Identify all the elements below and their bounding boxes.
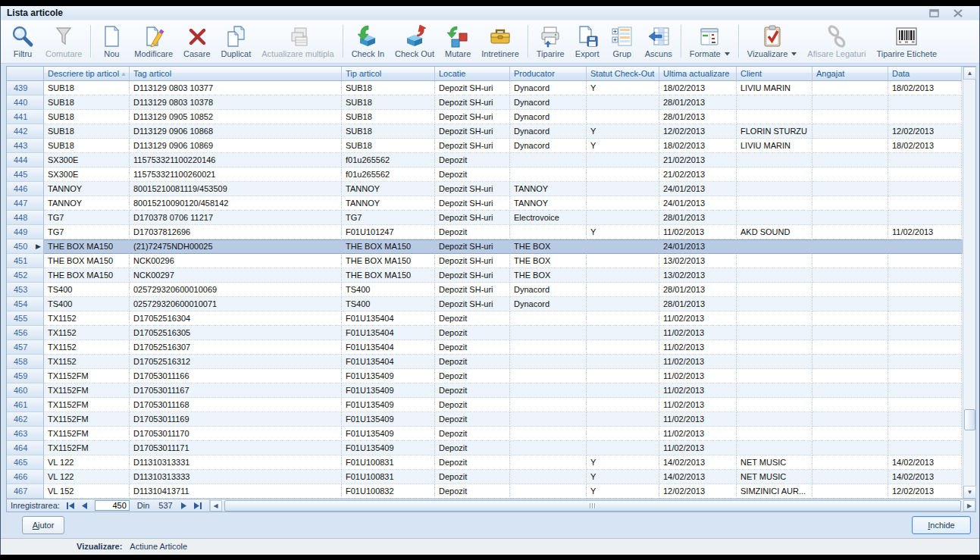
column-header-statut-check-out[interactable]: Statut Check-Out (587, 67, 659, 81)
cell[interactable] (587, 355, 659, 369)
cell[interactable]: THE BOX (510, 254, 587, 268)
table-row[interactable]: 458TX1152D17052516312F01U135404Depozit11… (7, 355, 963, 369)
cell[interactable]: 11/02/2013 (659, 340, 737, 355)
previous-record-button[interactable] (78, 500, 92, 512)
row-number[interactable]: 445 (7, 167, 44, 182)
toolbar-button-mutare[interactable]: Mutare (440, 21, 476, 61)
cell[interactable] (888, 311, 962, 326)
cell[interactable]: TS400 (44, 283, 130, 297)
cell[interactable]: 025729320600010071 (130, 297, 342, 311)
cell[interactable]: SUB18 (44, 95, 130, 110)
cell[interactable]: Depozit (435, 326, 510, 340)
cell[interactable] (812, 153, 888, 167)
cell[interactable] (812, 196, 888, 211)
cell[interactable] (888, 283, 962, 297)
cell[interactable]: Depozit (435, 441, 510, 455)
cell[interactable] (888, 268, 962, 283)
cell[interactable] (737, 153, 812, 167)
cell[interactable] (812, 441, 888, 455)
column-header-data[interactable]: Data (888, 67, 962, 81)
table-row[interactable]: 451THE BOX MA150NCK00296THE BOX MA150Dep… (7, 254, 963, 268)
cell[interactable]: 11/02/2013 (659, 383, 737, 398)
cell[interactable] (510, 484, 587, 499)
cell[interactable]: Depozit (435, 427, 510, 441)
cell[interactable]: TS400 (342, 283, 435, 297)
record-number-input[interactable] (95, 500, 130, 511)
cell[interactable]: D113129 0906 10869 (130, 139, 342, 153)
table-row[interactable]: 452THE BOX MA150NCK00297THE BOX MA150Dep… (7, 268, 963, 283)
cell[interactable] (587, 311, 659, 326)
cell[interactable]: TX1152FM (44, 369, 130, 383)
cell[interactable]: 025729320600010069 (130, 283, 342, 297)
cell[interactable] (737, 196, 812, 211)
cell[interactable]: Dynacord (510, 110, 587, 124)
cell[interactable]: D17053011171 (130, 441, 342, 455)
table-row[interactable]: 448TG7D170378 0706 11217TG7Depozit SH-ur… (7, 211, 963, 225)
table-row[interactable]: 465VL 122D11310313331F01U100831DepozitY1… (7, 455, 963, 470)
cell[interactable]: 21/02/2013 (659, 167, 737, 182)
cell[interactable] (888, 110, 962, 124)
cell[interactable] (510, 167, 587, 182)
column-header-producator[interactable]: Producator (510, 67, 587, 81)
cell[interactable] (888, 167, 962, 182)
cell[interactable] (587, 283, 659, 297)
column-header-descriere-tip-articol[interactable]: Descriere tip articol▲ (44, 67, 130, 81)
vertical-scroll-thumb[interactable] (964, 409, 975, 430)
cell[interactable]: 28/01/2013 (659, 110, 737, 124)
cell[interactable]: 28/01/2013 (659, 283, 737, 297)
cell[interactable]: F01U100831 (342, 455, 435, 470)
cell[interactable]: 14/02/2013 (659, 470, 737, 484)
cell[interactable]: f01u265562 (342, 153, 435, 167)
cell[interactable]: F01U135409 (342, 398, 435, 412)
cell[interactable]: TX1152 (44, 311, 130, 326)
cell[interactable] (812, 470, 888, 484)
cell[interactable]: SUB18 (44, 81, 130, 95)
cell[interactable]: Dynacord (510, 139, 587, 153)
cell[interactable] (587, 167, 659, 182)
cell[interactable] (510, 470, 587, 484)
cell[interactable] (812, 311, 888, 326)
toolbar-button-vizualizare[interactable]: Vizualizare (742, 21, 803, 61)
first-record-button[interactable] (64, 500, 78, 512)
cell[interactable] (812, 182, 888, 196)
cell[interactable]: Depozit (435, 355, 510, 369)
cell[interactable]: F01U135409 (342, 383, 435, 398)
cell[interactable]: Electrovoice (510, 211, 587, 225)
cell[interactable]: D17037812696 (130, 225, 342, 239)
cell[interactable]: Depozit (435, 470, 510, 484)
row-number[interactable]: 450▶ (7, 239, 44, 254)
cell[interactable]: F01U135404 (342, 355, 435, 369)
table-row[interactable]: 454TS400025729320600010071TS400Depozit S… (7, 297, 963, 311)
toolbar-button-filtru[interactable]: Filtru (5, 21, 40, 61)
table-row[interactable]: 457TX1152D17052516307F01U135404Depozit11… (7, 340, 963, 355)
row-number[interactable]: 448 (7, 211, 44, 225)
cell[interactable] (812, 254, 888, 268)
cell[interactable] (510, 369, 587, 383)
table-row[interactable]: 460TX1152FMD17053011167F01U135409Depozit… (7, 383, 963, 398)
cell[interactable]: D17053011166 (130, 369, 342, 383)
cell[interactable] (510, 455, 587, 470)
row-number[interactable]: 454 (7, 297, 44, 311)
cell[interactable]: NCK00296 (130, 254, 342, 268)
dropdown-arrow-icon[interactable] (791, 52, 797, 56)
cell[interactable] (888, 369, 962, 383)
row-number[interactable]: 453 (7, 283, 44, 297)
cell[interactable]: Depozit (435, 167, 510, 182)
toolbar-button-intretinere[interactable]: Intretinere (476, 21, 524, 61)
cell[interactable]: D17052516312 (130, 355, 342, 369)
cell[interactable]: 12/02/2013 (659, 484, 737, 499)
cell[interactable]: D17052516305 (130, 326, 342, 340)
cell[interactable]: F01U135409 (342, 441, 435, 455)
cell[interactable]: Depozit (435, 369, 510, 383)
table-row[interactable]: 445SX300E115753321100260021f01u265562Dep… (7, 167, 963, 182)
cell[interactable] (737, 369, 812, 383)
cell[interactable] (737, 182, 812, 196)
cell[interactable] (737, 412, 812, 427)
cell[interactable]: D17053011169 (130, 412, 342, 427)
toolbar-button-nou[interactable]: Nou (94, 21, 129, 61)
toolbar-button-actualizare-multipla[interactable]: Actualizare multipla (256, 21, 339, 61)
row-number[interactable]: 466 (7, 470, 44, 484)
cell[interactable]: Depozit SH-uri (435, 297, 510, 311)
cell[interactable]: D11310313331 (130, 455, 342, 470)
cell[interactable]: Y (587, 225, 659, 239)
